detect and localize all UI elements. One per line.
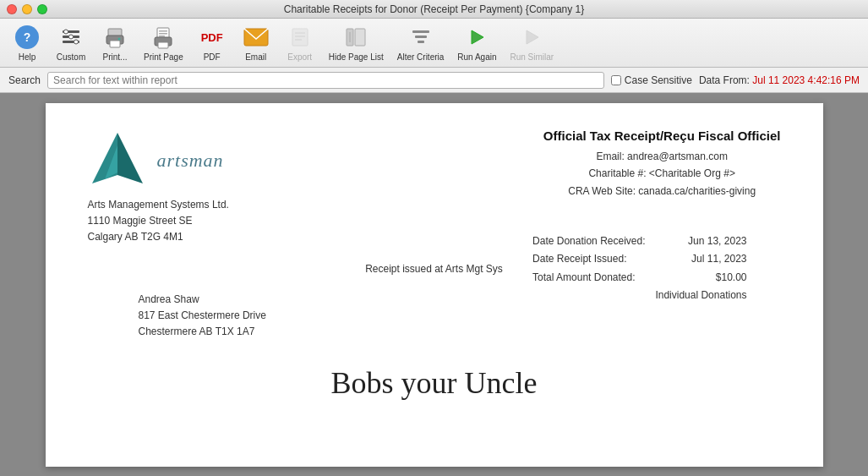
close-button[interactable] (7, 4, 17, 14)
donation-type-row: Individual Donations (532, 287, 746, 305)
print-page-icon (150, 24, 177, 51)
total-amount-label: Total Amount Donated: (532, 269, 635, 287)
svg-marker-28 (527, 30, 538, 44)
print-label: Print... (103, 52, 128, 62)
logo-text: artsman (157, 150, 224, 172)
alter-criteria-icon (407, 24, 434, 51)
signature-area: Bobs your Uncle (88, 365, 781, 401)
receipt-meta: Email: andrea@artsman.com Charitable #: … (543, 148, 781, 200)
company-address: Arts Management Systems Ltd. 1110 Maggie… (88, 197, 229, 246)
export-label: Export (287, 52, 312, 62)
run-similar-button[interactable]: Run Similar (505, 20, 559, 65)
donor-section: Andrea Shaw 817 East Chestermere Drive C… (139, 292, 266, 341)
pdf-icon: PDF (199, 24, 226, 51)
receipt-title-area: Official Tax Receipt/Reçu Fiscal Officie… (543, 129, 781, 200)
pdf-text: PDF (201, 31, 223, 44)
company-logo (88, 129, 147, 192)
help-button[interactable]: ? Help (7, 20, 47, 65)
print-button[interactable]: Print... (95, 20, 135, 65)
receipt-cra-website: CRA Web Site: canada.ca/charities-giving (543, 183, 781, 200)
print-icon (101, 24, 128, 51)
run-again-button[interactable]: Run Again (452, 20, 501, 65)
title-bar: Charitable Receipts for Donor (Receipt P… (0, 0, 868, 19)
svg-marker-30 (117, 133, 143, 183)
search-bar: Search Case Sensitive Data From: Jul 11 … (0, 68, 868, 93)
data-from-value: Jul 11 2023 4:42:16 PM (752, 74, 860, 86)
run-similar-icon (518, 24, 545, 51)
company-name: Arts Management Systems Ltd. (88, 197, 229, 213)
donor-name: Andrea Shaw 817 East Chestermere Drive C… (139, 292, 266, 341)
company-address-line2: Calgary AB T2G 4M1 (88, 229, 229, 245)
case-sensitive-label: Case Sensitive (625, 74, 692, 86)
custom-button[interactable]: Custom (51, 20, 91, 65)
hide-page-list-button[interactable]: Hide Page List (324, 20, 389, 65)
pdf-button[interactable]: PDF PDF (192, 20, 232, 65)
svg-rect-11 (159, 30, 167, 32)
data-from-label: Data From: (699, 74, 750, 86)
receipt-header: artsman Arts Management Systems Ltd. 111… (88, 129, 781, 246)
run-similar-label: Run Similar (510, 52, 554, 62)
report-page: artsman Arts Management Systems Ltd. 111… (46, 103, 823, 467)
minimize-button[interactable] (22, 4, 32, 14)
receipt-title: Official Tax Receipt/Reçu Fiscal Officie… (543, 129, 781, 143)
donation-details: Date Donation Received: Jun 13, 2023 Dat… (532, 233, 746, 305)
date-donation-value: Jun 13, 2023 (663, 233, 747, 251)
case-sensitive-checkbox[interactable] (611, 75, 621, 85)
pdf-label: PDF (204, 52, 221, 62)
signature-text: Bobs your Uncle (331, 366, 538, 400)
total-amount-value: $10.00 (663, 269, 747, 287)
window-title: Charitable Receipts for Donor (Receipt P… (284, 3, 585, 15)
receipt-email: Email: andrea@artsman.com (543, 148, 781, 165)
svg-point-9 (118, 38, 121, 41)
svg-rect-26 (418, 41, 424, 43)
email-label: Email (245, 52, 266, 62)
svg-point-3 (64, 30, 68, 34)
logo-area: artsman (88, 129, 229, 192)
case-sensitive-area: Case Sensitive (611, 74, 692, 86)
hide-page-list-icon (342, 24, 369, 51)
svg-rect-13 (159, 36, 165, 37)
toolbar: ? Help Custom Print... (0, 19, 868, 68)
custom-icon (57, 24, 85, 51)
total-amount-row: Total Amount Donated: $10.00 (532, 269, 746, 287)
print-page-button[interactable]: Print Page (139, 20, 188, 65)
data-from-section: Data From: Jul 11 2023 4:42:16 PM (699, 74, 860, 86)
svg-rect-8 (110, 41, 120, 47)
alter-criteria-label: Alter Criteria (397, 52, 445, 62)
maximize-button[interactable] (37, 4, 47, 14)
svg-rect-22 (355, 29, 365, 46)
svg-marker-27 (472, 30, 483, 44)
export-button[interactable]: Export (280, 20, 320, 65)
window-controls[interactable] (7, 4, 47, 14)
email-button[interactable]: Email (236, 20, 276, 65)
donation-type: Individual Donations (655, 287, 746, 305)
help-label: Help (19, 52, 36, 62)
hide-page-list-label: Hide Page List (329, 52, 384, 62)
date-donation-row: Date Donation Received: Jun 13, 2023 (532, 233, 746, 251)
date-receipt-row: Date Receipt Issued: Jul 11, 2023 (532, 250, 746, 269)
print-page-label: Print Page (144, 52, 183, 62)
alter-criteria-button[interactable]: Alter Criteria (392, 20, 450, 65)
search-label: Search (8, 74, 41, 86)
run-again-icon (463, 24, 490, 51)
svg-point-5 (74, 40, 79, 44)
svg-rect-12 (159, 33, 167, 35)
svg-point-4 (69, 35, 74, 39)
svg-rect-25 (415, 36, 427, 38)
custom-label: Custom (57, 52, 85, 62)
search-input[interactable] (47, 72, 604, 89)
receipt-charitable-number: Charitable #: <Charitable Org #> (543, 165, 781, 182)
svg-rect-24 (412, 30, 429, 33)
main-content[interactable]: artsman Arts Management Systems Ltd. 111… (0, 93, 868, 476)
email-icon (243, 24, 270, 51)
company-section: artsman Arts Management Systems Ltd. 111… (88, 129, 229, 246)
receipt-body: Andrea Shaw 817 East Chestermere Drive C… (88, 283, 781, 341)
svg-rect-17 (292, 29, 308, 46)
date-receipt-value: Jul 11, 2023 (663, 250, 747, 269)
date-donation-label: Date Donation Received: (532, 233, 645, 251)
export-icon (287, 24, 314, 51)
svg-rect-15 (158, 42, 168, 48)
run-again-label: Run Again (457, 52, 496, 62)
help-icon: ? (14, 24, 41, 51)
company-address-line1: 1110 Maggie Street SE (88, 213, 229, 229)
